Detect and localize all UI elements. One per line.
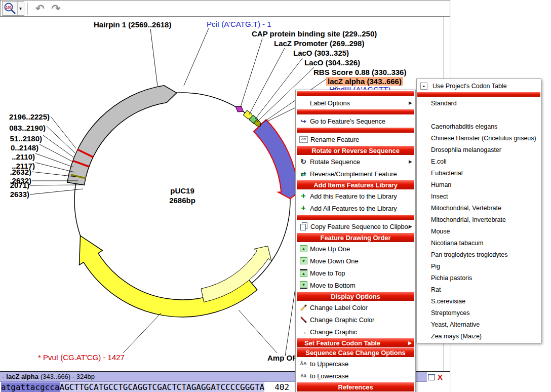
menu-separator (297, 109, 414, 114)
feature-label-pvui[interactable]: * PvuI (CG.AT'CG) - 1427 (38, 353, 125, 362)
sequence-selected-lowercase[interactable]: atgattacgcca (1, 382, 60, 392)
menu-label: to Uppercase (310, 360, 348, 368)
lacz-alpha-feature-arc-selected[interactable] (254, 120, 301, 199)
submenu-item-streptomyces[interactable]: Streptomyces (417, 307, 540, 319)
menu-label: Rotate Sequence (310, 158, 360, 166)
submenu-item-standard[interactable]: Standard (417, 97, 540, 109)
rename-icon: ab (299, 136, 308, 143)
feature-label-laco-2[interactable]: LacO (304..326) (304, 58, 360, 67)
submenu-item-pan-troglodytes-troglodytes[interactable]: Pan troglodytes troglodytes (417, 249, 540, 260)
cap-site-marker[interactable] (234, 104, 245, 114)
amp-feature-arc[interactable] (80, 236, 257, 317)
menu-item-go-to-feature-s-sequence[interactable]: ↪Go to Feature's Sequence (296, 115, 415, 127)
menu-label: Change Label Color (310, 304, 368, 311)
collapse-toggle[interactable]: - (2, 373, 4, 380)
menu-item-add-this-feature-to-the-library[interactable]: +Add this Feature to the Library (296, 190, 415, 202)
submenu-arrow-icon: ▶ (409, 100, 415, 105)
truncated-feature-label[interactable]: ..2110) (0, 152, 35, 161)
truncated-feature-label[interactable]: 0..2148) (0, 143, 38, 152)
menu-header-references: References (297, 382, 414, 391)
menu-item-to-lowercase[interactable]: Aâto Lowercase (296, 370, 415, 382)
submenu-label: Use Project's Codon Table (432, 83, 507, 90)
menu-label: to Lowercase (310, 372, 348, 380)
menu-item-to-uppercase[interactable]: ÂAto Uppercase (296, 358, 415, 370)
menu-item-move-to-bottom[interactable]: ▼Move to Bottom (296, 279, 415, 291)
menu-item-change-graphic-color[interactable]: Change Graphic Color (296, 313, 415, 326)
menu-item-label-options[interactable]: Label Options▶ (296, 97, 415, 109)
toolbar: 100 ▾ ↶ ↷ (0, 0, 450, 17)
menu-label: Label Options (310, 99, 350, 107)
rotate-icon: ↻ (298, 158, 308, 166)
truncated-feature-label[interactable]: 51..2180) (0, 134, 42, 143)
submenu-item-chinese-hamster-cricetulus-griseus[interactable]: Chinese Hamster (Cricetulus griseus) (417, 132, 540, 144)
redo-button[interactable]: ↷ (48, 2, 64, 16)
menu-label: Feature Drawing Order (321, 234, 391, 242)
submenu-item-eubacterial[interactable]: Eubacterial (417, 167, 540, 179)
truncated-feature-label[interactable]: 2196..2225) (0, 112, 50, 121)
pencil-icon (298, 303, 308, 311)
submenu-item-arabidopsis-thaliana[interactable]: Arabidopsis thaliana (417, 109, 540, 121)
truncated-feature-label[interactable]: 2633) (0, 190, 29, 199)
feature-label-laco-1[interactable]: LacO (303..325) (293, 49, 349, 57)
undo-button[interactable]: ↶ (32, 2, 48, 16)
submenu-item-s-cerevisiae[interactable]: S.cerevisiae (417, 295, 540, 307)
menu-item-rotate-sequence[interactable]: ↻Rotate Sequence▶ (296, 155, 415, 168)
close-icon[interactable]: X (438, 373, 443, 381)
feature-label-pcii[interactable]: PciI (A'CATG.T) - 1 (207, 20, 271, 28)
zoom-tool-button[interactable]: 100 ▾ (2, 1, 24, 16)
menu-item-change-label-color[interactable]: Change Label Color (296, 301, 415, 313)
zoom-dropdown-caret-icon[interactable]: ▾ (17, 2, 23, 15)
submenu-item-caenorhabditis-elegans[interactable]: Caenorhabditis elegans (417, 121, 540, 132)
codon-table-submenu: •Use Project's Codon TableStandardArabid… (416, 79, 541, 343)
submenu-item-mouse[interactable]: Mouse (417, 225, 540, 237)
menu-label: Copy Feature Sequence to Clipboard (310, 223, 409, 230)
menu-header-add-items-features-library: Add Items Features Library (297, 180, 414, 189)
submenu-item-zea-mays-maize[interactable]: Zea mays (Maize) (417, 330, 540, 342)
menu-item-set-feature-codon-table[interactable]: Set Feature Codon Table▶ (297, 338, 414, 347)
submenu-item-human[interactable]: Human (417, 179, 540, 190)
feature-label-lacz-alpha[interactable]: lacZ alpha (343..666) (326, 77, 403, 86)
menu-item-copy-feature-sequence-to-clipboard[interactable]: Copy Feature Sequence to Clipboard▶ (296, 220, 415, 232)
sequence-selected-uppercase[interactable]: AGCTTGCATGCCTGCAGGTCGACTCTAGAGGATCCCCGGG… (60, 382, 265, 392)
submenu-item-pichia-pastoris[interactable]: Pichia pastoris (417, 272, 540, 284)
plus-icon: + (298, 192, 308, 200)
menu-label: Add Items Features Library (313, 181, 398, 189)
menu-separator (297, 128, 414, 133)
submenu-item-use-projects-codon-table[interactable]: •Use Project's Codon Table (417, 80, 540, 92)
submenu-item-e-coli[interactable]: E.coli (417, 155, 540, 167)
menu-item-move-down-one[interactable]: ▼Move Down One (296, 255, 415, 267)
menu-item-rename-feature[interactable]: abRename Feature (296, 133, 415, 145)
submenu-item-yeast-alternative[interactable]: Yeast, Alternative (417, 319, 540, 330)
submenu-item-rat[interactable]: Rat (417, 284, 540, 295)
menu-item-move-to-top[interactable]: ▲Move to Top (296, 267, 415, 279)
truncated-feature-label[interactable]: 083..2190) (0, 124, 46, 132)
feature-label-rbs[interactable]: RBS Score 0.88 (330..336) (313, 68, 406, 76)
gray-feature-arc[interactable] (67, 86, 177, 185)
truncated-feature-label[interactable]: 2071) (0, 181, 29, 189)
menu-item-change-graphic[interactable]: →Change Graphic (296, 326, 415, 338)
feature-range: (343..666) - 324bp (41, 373, 95, 380)
feature-label-hairpin-1[interactable]: Hairpin 1 (2569..2618) (94, 20, 171, 29)
feature-label-cap-site[interactable]: CAP protein binding site (229..250) (252, 29, 377, 38)
feature-label-lacz-promoter[interactable]: LacZ Promoter (269..298) (274, 39, 364, 48)
submenu-item-drosophila-melanogaster[interactable]: Drosophila melanogaster (417, 144, 540, 155)
copy-icon (300, 224, 306, 230)
submenu-item-insect[interactable]: Insect (417, 190, 540, 202)
menu-item-move-up-one[interactable]: ▲Move Up One (296, 243, 415, 255)
menu-header-sequence-case-change-options: Sequence Case Change Options (297, 348, 414, 357)
menu-item-add-all-features-to-the-library[interactable]: +Add All Features to the Library (296, 202, 415, 214)
menu-label: Move Up One (310, 245, 350, 253)
menu-label: Rotate or Reverse Sequence (311, 147, 400, 154)
menu-separator (297, 215, 414, 220)
submenu-item-mitochondrial-vertebrate[interactable]: Mitochondrial, Vertebrate (417, 202, 540, 214)
toolbar-separator (27, 3, 28, 15)
restore-window-icon[interactable] (428, 374, 435, 380)
feature-context-menu: Label Options▶↪Go to Feature's Sequencea… (295, 90, 416, 392)
menu-item-reverse-complement-feature[interactable]: ⇄Reverse/Complement Feature (296, 168, 415, 180)
submenu-item-nicotiana-tabacum[interactable]: Nicotiana tabacum (417, 237, 540, 249)
submenu-item-pig[interactable]: Pig (417, 260, 540, 272)
truncated-feature-label[interactable]: .2632) (0, 168, 31, 176)
radio-selected-icon: • (420, 83, 427, 90)
submenu-item-mitochondrial-invertebrate[interactable]: Mitochondrial, Invertebrate (417, 214, 540, 225)
menu-label: Rename Feature (310, 136, 359, 143)
